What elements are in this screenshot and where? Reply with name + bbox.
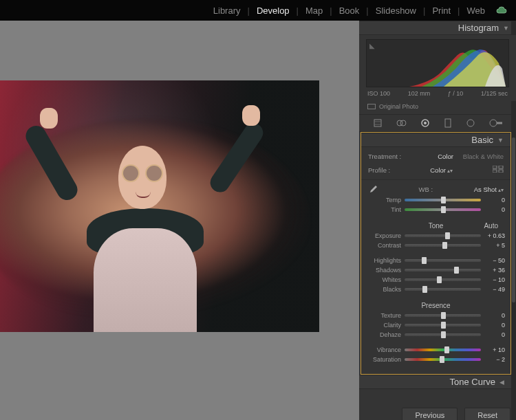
whites-value[interactable]: − 10 bbox=[484, 276, 505, 283]
vibrance-label: Vibrance bbox=[367, 346, 401, 353]
temp-label: Temp bbox=[367, 197, 401, 203]
saturation-slider[interactable] bbox=[405, 358, 481, 361]
svg-rect-13 bbox=[493, 170, 497, 173]
previous-button[interactable]: Previous bbox=[402, 408, 458, 420]
module-book[interactable]: Book bbox=[333, 5, 366, 16]
svg-rect-11 bbox=[493, 166, 497, 168]
right-panel: Histogram ▼ ◣ ISO 100 102 mm ƒ / 10 1/12… bbox=[359, 21, 516, 420]
svg-point-6 bbox=[424, 122, 427, 124]
svg-rect-7 bbox=[445, 119, 451, 127]
basic-header[interactable]: Basic ▼ bbox=[361, 133, 510, 147]
collapse-icon: ▼ bbox=[497, 137, 504, 144]
histogram-curves bbox=[402, 43, 506, 87]
texture-value[interactable]: 0 bbox=[484, 312, 505, 319]
preview-canvas[interactable] bbox=[0, 21, 359, 420]
temp-slider[interactable] bbox=[405, 199, 481, 201]
shadows-label: Shadows bbox=[367, 267, 401, 274]
exposure-label: Exposure bbox=[367, 232, 401, 239]
tool-strip bbox=[359, 114, 516, 132]
treatment-label: Treatment : bbox=[368, 153, 401, 160]
highlights-value[interactable]: − 50 bbox=[484, 257, 505, 264]
wb-eyedropper-icon[interactable] bbox=[368, 184, 378, 194]
svg-rect-0 bbox=[374, 120, 381, 126]
expand-icon: ◀ bbox=[499, 379, 504, 386]
svg-rect-12 bbox=[499, 166, 503, 168]
histogram-header[interactable]: Histogram ▼ bbox=[359, 21, 516, 35]
reset-button[interactable]: Reset bbox=[464, 408, 510, 420]
treatment-color[interactable]: Color bbox=[438, 153, 453, 160]
blacks-value[interactable]: − 49 bbox=[484, 286, 505, 293]
spot-removal-tool-icon[interactable] bbox=[396, 118, 407, 129]
histogram-title: Histogram bbox=[458, 23, 499, 33]
histogram-graph[interactable]: ◣ bbox=[366, 39, 509, 87]
exposure-value[interactable]: + 0.63 bbox=[484, 232, 505, 239]
exif-focal: 102 mm bbox=[408, 90, 431, 97]
profile-label: Profile : bbox=[368, 166, 390, 174]
wb-select[interactable]: As Shot▴▾ bbox=[474, 186, 504, 193]
tone-curve-title: Tone Curve bbox=[450, 377, 495, 387]
contrast-slider[interactable] bbox=[405, 244, 481, 247]
whites-slider[interactable] bbox=[405, 278, 481, 281]
module-picker: Library| Develop| Map| Book| Slideshow| … bbox=[0, 0, 516, 21]
saturation-label: Saturation bbox=[367, 356, 401, 363]
shadows-slider[interactable] bbox=[405, 269, 481, 272]
histogram-panel: ◣ ISO 100 102 mm ƒ / 10 1/125 sec bbox=[359, 35, 516, 101]
texture-label: Texture bbox=[367, 312, 401, 319]
svg-point-9 bbox=[490, 120, 497, 126]
original-photo-icon bbox=[367, 104, 376, 109]
wb-label: WB : bbox=[383, 186, 469, 193]
module-library[interactable]: Library bbox=[207, 5, 247, 16]
highlights-label: Highlights bbox=[367, 257, 401, 264]
module-slideshow[interactable]: Slideshow bbox=[369, 5, 422, 16]
tint-slider[interactable] bbox=[405, 208, 481, 211]
tint-value[interactable]: 0 bbox=[484, 206, 505, 213]
texture-slider[interactable] bbox=[405, 314, 481, 317]
original-photo-label: Original Photo bbox=[379, 103, 418, 110]
blacks-slider[interactable] bbox=[405, 288, 481, 291]
clarity-value[interactable]: 0 bbox=[484, 322, 505, 329]
clarity-label: Clarity bbox=[367, 322, 401, 329]
tint-label: Tint bbox=[367, 206, 401, 213]
treatment-bw[interactable]: Black & White bbox=[463, 153, 504, 160]
temp-value[interactable]: 0 bbox=[484, 197, 505, 203]
exposure-slider[interactable] bbox=[405, 234, 481, 237]
dehaze-value[interactable]: 0 bbox=[484, 331, 505, 338]
dehaze-label: Dehaze bbox=[367, 331, 401, 338]
blacks-label: Blacks bbox=[367, 286, 401, 293]
dehaze-slider[interactable] bbox=[405, 333, 481, 336]
original-photo-row[interactable]: Original Photo bbox=[359, 101, 516, 114]
clarity-slider[interactable] bbox=[405, 324, 481, 327]
module-web[interactable]: Web bbox=[461, 5, 492, 16]
exif-aperture: ƒ / 10 bbox=[448, 90, 464, 97]
cloud-sync-icon[interactable] bbox=[495, 5, 508, 15]
tone-curve-header[interactable]: Tone Curve ◀ bbox=[359, 375, 511, 389]
presence-subhead: Presence bbox=[421, 302, 450, 309]
highlights-slider[interactable] bbox=[405, 259, 481, 262]
graduated-filter-tool-icon[interactable] bbox=[443, 118, 453, 129]
crop-tool-icon[interactable] bbox=[372, 118, 383, 129]
contrast-value[interactable]: + 5 bbox=[484, 242, 505, 249]
vibrance-value[interactable]: + 10 bbox=[484, 346, 505, 353]
svg-rect-14 bbox=[499, 170, 503, 173]
module-print[interactable]: Print bbox=[426, 5, 457, 16]
whites-label: Whites bbox=[367, 276, 401, 283]
profile-select[interactable]: Color▴▾ bbox=[430, 166, 453, 174]
auto-button[interactable]: Auto bbox=[484, 222, 498, 230]
contrast-label: Contrast bbox=[367, 242, 401, 249]
redeye-tool-icon[interactable] bbox=[420, 118, 431, 129]
module-develop[interactable]: Develop bbox=[250, 5, 296, 16]
basic-panel-highlight: Basic ▼ Treatment : Color Black & White … bbox=[361, 132, 511, 375]
bottom-button-bar: Previous Reset bbox=[402, 408, 510, 420]
module-map[interactable]: Map bbox=[299, 5, 329, 16]
saturation-value[interactable]: − 2 bbox=[484, 356, 505, 363]
adjustment-brush-tool-icon[interactable] bbox=[489, 118, 503, 128]
vibrance-slider[interactable] bbox=[405, 349, 481, 351]
radial-filter-tool-icon[interactable] bbox=[465, 118, 476, 129]
profile-browser-icon[interactable] bbox=[493, 166, 504, 174]
clipping-indicator-shadows-icon[interactable]: ◣ bbox=[369, 42, 375, 49]
tone-subhead: Tone bbox=[429, 222, 444, 230]
svg-point-4 bbox=[400, 120, 406, 126]
shadows-value[interactable]: + 36 bbox=[484, 267, 505, 274]
basic-title: Basic bbox=[471, 135, 493, 145]
exif-iso: ISO 100 bbox=[367, 90, 390, 97]
